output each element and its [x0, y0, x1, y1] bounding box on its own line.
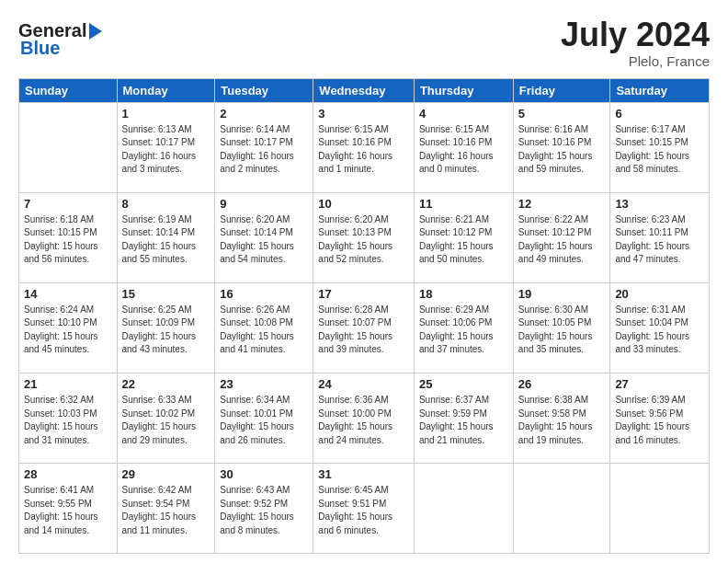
- day-info: Sunrise: 6:30 AMSunset: 10:05 PMDaylight…: [518, 304, 606, 357]
- day-number: 18: [419, 286, 508, 303]
- day-number: 23: [220, 376, 308, 393]
- day-info: Sunrise: 6:25 AMSunset: 10:09 PMDaylight…: [122, 304, 210, 357]
- day-info: Sunrise: 6:34 AMSunset: 10:01 PMDaylight…: [220, 394, 308, 447]
- day-info: Sunrise: 6:13 AMSunset: 10:17 PMDaylight…: [122, 123, 210, 177]
- day-info: Sunrise: 6:16 AMSunset: 10:16 PMDaylight…: [518, 123, 606, 177]
- calendar-week-row: 1Sunrise: 6:13 AMSunset: 10:17 PMDayligh…: [19, 102, 710, 192]
- month-title: July 2024: [561, 17, 710, 53]
- calendar-cell: 29Sunrise: 6:42 AMSunset: 9:54 PMDayligh…: [117, 463, 215, 553]
- calendar-cell: 25Sunrise: 6:37 AMSunset: 9:59 PMDayligh…: [414, 373, 513, 463]
- header: General Blue July 2024 Plelo, France: [18, 17, 710, 69]
- col-tuesday: Tuesday: [215, 78, 313, 102]
- calendar-cell: 26Sunrise: 6:38 AMSunset: 9:58 PMDayligh…: [513, 373, 610, 463]
- day-number: 4: [419, 106, 508, 122]
- col-friday: Friday: [513, 78, 610, 102]
- day-number: 19: [518, 286, 606, 303]
- day-number: 28: [24, 466, 112, 483]
- calendar-cell: 4Sunrise: 6:15 AMSunset: 10:16 PMDayligh…: [414, 102, 513, 192]
- calendar-cell: 19Sunrise: 6:30 AMSunset: 10:05 PMDaylig…: [513, 282, 610, 373]
- day-number: 10: [318, 196, 409, 213]
- calendar-table: Sunday Monday Tuesday Wednesday Thursday…: [18, 78, 710, 554]
- col-monday: Monday: [117, 78, 215, 102]
- day-number: 1: [122, 106, 210, 122]
- calendar-week-row: 21Sunrise: 6:32 AMSunset: 10:03 PMDaylig…: [19, 373, 710, 463]
- day-info: Sunrise: 6:43 AMSunset: 9:52 PMDaylight:…: [220, 484, 308, 537]
- calendar-cell: [19, 102, 118, 192]
- day-info: Sunrise: 6:41 AMSunset: 9:55 PMDaylight:…: [24, 484, 112, 537]
- calendar-cell: 5Sunrise: 6:16 AMSunset: 10:16 PMDayligh…: [513, 102, 610, 192]
- calendar-cell: 14Sunrise: 6:24 AMSunset: 10:10 PMDaylig…: [19, 282, 118, 373]
- day-info: Sunrise: 6:19 AMSunset: 10:14 PMDaylight…: [122, 213, 210, 267]
- day-info: Sunrise: 6:26 AMSunset: 10:08 PMDaylight…: [220, 304, 308, 357]
- day-info: Sunrise: 6:24 AMSunset: 10:10 PMDaylight…: [24, 304, 112, 357]
- col-saturday: Saturday: [610, 78, 710, 102]
- calendar-header-row: Sunday Monday Tuesday Wednesday Thursday…: [19, 78, 710, 102]
- title-block: July 2024 Plelo, France: [561, 17, 710, 69]
- day-info: Sunrise: 6:21 AMSunset: 10:12 PMDaylight…: [419, 213, 508, 267]
- day-info: Sunrise: 6:22 AMSunset: 10:12 PMDaylight…: [518, 213, 606, 267]
- calendar-cell: 13Sunrise: 6:23 AMSunset: 10:11 PMDaylig…: [610, 192, 710, 282]
- day-info: Sunrise: 6:33 AMSunset: 10:02 PMDaylight…: [122, 394, 210, 447]
- calendar-cell: 16Sunrise: 6:26 AMSunset: 10:08 PMDaylig…: [215, 282, 313, 373]
- logo: General Blue: [18, 17, 102, 59]
- calendar-cell: 1Sunrise: 6:13 AMSunset: 10:17 PMDayligh…: [117, 102, 215, 192]
- calendar-week-row: 14Sunrise: 6:24 AMSunset: 10:10 PMDaylig…: [19, 282, 710, 373]
- day-info: Sunrise: 6:36 AMSunset: 10:00 PMDaylight…: [318, 394, 409, 447]
- day-number: 30: [220, 466, 308, 483]
- calendar-cell: 15Sunrise: 6:25 AMSunset: 10:09 PMDaylig…: [117, 282, 215, 373]
- logo-arrow-icon: [89, 23, 102, 40]
- day-info: Sunrise: 6:39 AMSunset: 9:56 PMDaylight:…: [615, 394, 704, 447]
- day-number: 31: [318, 466, 409, 483]
- calendar-cell: 6Sunrise: 6:17 AMSunset: 10:15 PMDayligh…: [610, 102, 710, 192]
- day-number: 9: [220, 196, 308, 213]
- day-number: 14: [24, 286, 112, 303]
- day-number: 21: [24, 376, 112, 393]
- calendar-cell: 2Sunrise: 6:14 AMSunset: 10:17 PMDayligh…: [215, 102, 313, 192]
- day-number: 11: [419, 196, 508, 213]
- day-number: 6: [615, 106, 704, 122]
- calendar-cell: [513, 463, 610, 553]
- calendar-cell: [610, 463, 710, 553]
- day-info: Sunrise: 6:20 AMSunset: 10:13 PMDaylight…: [318, 213, 409, 267]
- calendar-cell: 28Sunrise: 6:41 AMSunset: 9:55 PMDayligh…: [19, 463, 118, 553]
- day-number: 20: [615, 286, 704, 303]
- day-number: 2: [220, 106, 308, 122]
- day-info: Sunrise: 6:17 AMSunset: 10:15 PMDaylight…: [615, 123, 704, 177]
- calendar-cell: 24Sunrise: 6:36 AMSunset: 10:00 PMDaylig…: [313, 373, 415, 463]
- calendar-week-row: 28Sunrise: 6:41 AMSunset: 9:55 PMDayligh…: [19, 463, 710, 553]
- calendar-cell: 12Sunrise: 6:22 AMSunset: 10:12 PMDaylig…: [513, 192, 610, 282]
- calendar-cell: 20Sunrise: 6:31 AMSunset: 10:04 PMDaylig…: [610, 282, 710, 373]
- day-info: Sunrise: 6:29 AMSunset: 10:06 PMDaylight…: [419, 304, 508, 357]
- calendar-cell: 27Sunrise: 6:39 AMSunset: 9:56 PMDayligh…: [610, 373, 710, 463]
- day-info: Sunrise: 6:32 AMSunset: 10:03 PMDaylight…: [24, 394, 112, 447]
- page: General Blue July 2024 Plelo, France Sun…: [0, 0, 728, 563]
- day-number: 24: [318, 376, 409, 393]
- calendar-cell: 3Sunrise: 6:15 AMSunset: 10:16 PMDayligh…: [313, 102, 415, 192]
- day-number: 26: [518, 376, 606, 393]
- day-info: Sunrise: 6:37 AMSunset: 9:59 PMDaylight:…: [419, 394, 508, 447]
- day-number: 13: [615, 196, 704, 213]
- day-number: 16: [220, 286, 308, 303]
- calendar-cell: 17Sunrise: 6:28 AMSunset: 10:07 PMDaylig…: [313, 282, 415, 373]
- calendar-cell: 7Sunrise: 6:18 AMSunset: 10:15 PMDayligh…: [19, 192, 118, 282]
- day-info: Sunrise: 6:31 AMSunset: 10:04 PMDaylight…: [615, 304, 704, 357]
- day-number: 7: [24, 196, 112, 213]
- calendar-cell: 31Sunrise: 6:45 AMSunset: 9:51 PMDayligh…: [313, 463, 415, 553]
- calendar-cell: 23Sunrise: 6:34 AMSunset: 10:01 PMDaylig…: [215, 373, 313, 463]
- day-info: Sunrise: 6:23 AMSunset: 10:11 PMDaylight…: [615, 213, 704, 267]
- day-number: 8: [122, 196, 210, 213]
- day-number: 27: [615, 376, 704, 393]
- day-info: Sunrise: 6:15 AMSunset: 10:16 PMDaylight…: [419, 123, 508, 177]
- logo-blue: Blue: [20, 38, 60, 59]
- col-thursday: Thursday: [414, 78, 513, 102]
- calendar-cell: 21Sunrise: 6:32 AMSunset: 10:03 PMDaylig…: [19, 373, 118, 463]
- day-number: 5: [518, 106, 606, 122]
- day-info: Sunrise: 6:28 AMSunset: 10:07 PMDaylight…: [318, 304, 409, 357]
- day-number: 22: [122, 376, 210, 393]
- day-info: Sunrise: 6:20 AMSunset: 10:14 PMDaylight…: [220, 213, 308, 267]
- day-info: Sunrise: 6:45 AMSunset: 9:51 PMDaylight:…: [318, 484, 409, 537]
- day-info: Sunrise: 6:42 AMSunset: 9:54 PMDaylight:…: [122, 484, 210, 537]
- calendar-cell: 11Sunrise: 6:21 AMSunset: 10:12 PMDaylig…: [414, 192, 513, 282]
- day-info: Sunrise: 6:18 AMSunset: 10:15 PMDaylight…: [24, 213, 112, 267]
- calendar-cell: 30Sunrise: 6:43 AMSunset: 9:52 PMDayligh…: [215, 463, 313, 553]
